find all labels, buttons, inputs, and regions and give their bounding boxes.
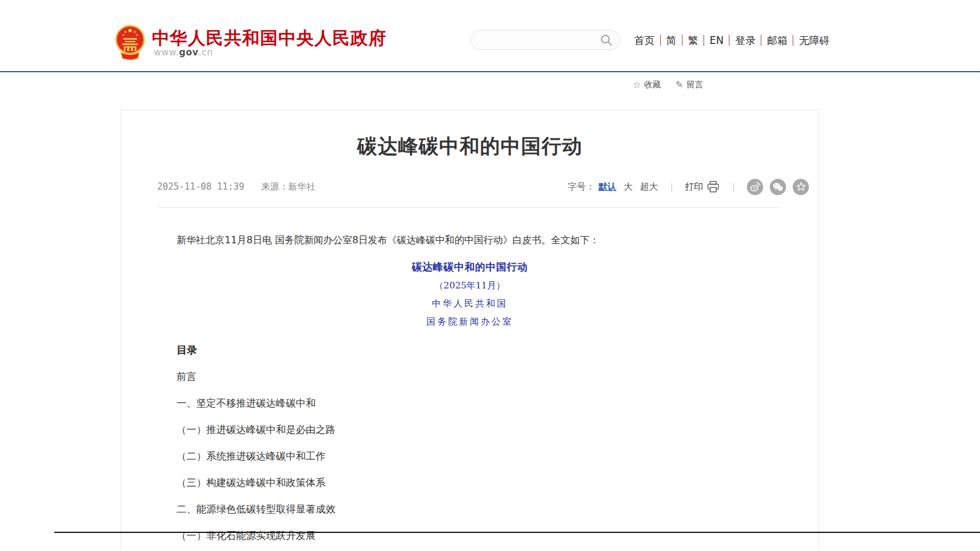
- toc-item: （二）系统推进碳达峰碳中和工作: [176, 443, 819, 470]
- share-icons: [747, 179, 809, 195]
- print-button[interactable]: 打印: [685, 181, 703, 193]
- toc-item: （一）非化石能源实现跃升发展: [176, 523, 819, 549]
- fontsize-label: 字号：: [568, 181, 595, 193]
- fontsize-xlarge-button[interactable]: 超大: [640, 181, 658, 193]
- top-nav-link[interactable]: 繁: [682, 35, 704, 46]
- national-emblem-logo[interactable]: [114, 24, 146, 61]
- fontsize-default-button[interactable]: 默认: [599, 181, 617, 193]
- site-url-prefix: www.: [154, 47, 179, 58]
- meta-underline: [157, 207, 780, 208]
- article-card: 碳达峰碳中和的中国行动 2025-11-08 11:39 来源：新华社 字号： …: [120, 110, 819, 551]
- table-of-contents: 前言一、坚定不移推进碳达峰碳中和（一）推进碳达峰碳中和是必由之路（二）系统推进碳…: [121, 364, 819, 549]
- document-title: 碳达峰碳中和的中国行动: [121, 260, 819, 274]
- top-nav-link[interactable]: 简: [660, 35, 682, 46]
- top-navigation: 首页简繁EN登录邮箱无障碍: [629, 33, 835, 48]
- search-input[interactable]: [471, 36, 599, 45]
- tools-separator: |: [732, 182, 735, 191]
- comment-label: 留言: [687, 79, 704, 90]
- page-action-row: ☆ 收藏 ✎ 留言: [632, 79, 704, 90]
- source-value: 新华社: [289, 181, 316, 192]
- top-nav-link[interactable]: 首页: [629, 35, 660, 46]
- fontsize-large-button[interactable]: 大: [624, 181, 633, 193]
- top-nav-link[interactable]: EN: [704, 35, 729, 46]
- site-url-suffix: .cn: [199, 47, 213, 58]
- publish-date: 2025-11-08 11:39: [157, 181, 245, 192]
- lead-paragraph: 新华社北京11月8日电 国务院新闻办公室8日发布《碳达峰碳中和的中国行动》白皮书…: [121, 233, 819, 247]
- article-title: 碳达峰碳中和的中国行动: [121, 133, 819, 160]
- share-wechat-button[interactable]: [770, 179, 786, 195]
- top-nav-link[interactable]: 登录: [729, 35, 761, 46]
- source-label: 来源：: [261, 181, 289, 192]
- share-favorite-button[interactable]: [793, 179, 809, 195]
- site-header: 中华人民共和国中央人民政府 www.gov.cn 首页简繁EN登录邮箱无障碍: [0, 0, 980, 71]
- document-issuer-line1: 中华人民共和国: [121, 297, 819, 310]
- comment-button[interactable]: ✎ 留言: [675, 79, 703, 90]
- top-nav-link[interactable]: 邮箱: [761, 35, 793, 46]
- source: 来源：新华社: [261, 181, 316, 193]
- toc-item: （一）推进碳达峰碳中和是必由之路: [176, 417, 819, 443]
- article-meta-row: 2025-11-08 11:39 来源：新华社 字号： 默认 大 超大 | 打印…: [121, 178, 819, 195]
- toc-item: 前言: [176, 364, 819, 390]
- star-circle-icon: [796, 181, 807, 192]
- toc-item: 二、能源绿色低碳转型取得显著成效: [176, 496, 819, 523]
- top-nav-link[interactable]: 无障碍: [793, 35, 835, 46]
- document-issuer-line2: 国务院新闻办公室: [121, 315, 819, 328]
- site-url: www.gov.cn: [154, 47, 213, 58]
- tools-separator: |: [670, 182, 673, 191]
- printer-icon[interactable]: [707, 181, 720, 193]
- star-icon: ☆: [632, 80, 641, 90]
- search-box: [470, 30, 620, 50]
- favorite-label: 收藏: [644, 79, 661, 90]
- toc-item: 一、坚定不移推进碳达峰碳中和: [176, 390, 819, 417]
- toc-heading: 目录: [121, 341, 819, 358]
- weibo-icon: [749, 181, 761, 193]
- bottom-edge-line: [54, 532, 980, 533]
- article-tools: 字号： 默认 大 超大 | 打印 |: [568, 179, 809, 195]
- header-divider: [0, 71, 980, 72]
- favorite-button[interactable]: ☆ 收藏: [632, 79, 661, 90]
- document-date: （2025年11月）: [121, 279, 819, 292]
- search-icon[interactable]: [599, 33, 614, 48]
- wechat-icon: [772, 181, 784, 193]
- site-url-core: gov: [179, 47, 198, 58]
- share-weibo-button[interactable]: [747, 179, 763, 195]
- toc-item: （三）构建碳达峰碳中和政策体系: [176, 470, 819, 496]
- pencil-icon: ✎: [675, 80, 683, 90]
